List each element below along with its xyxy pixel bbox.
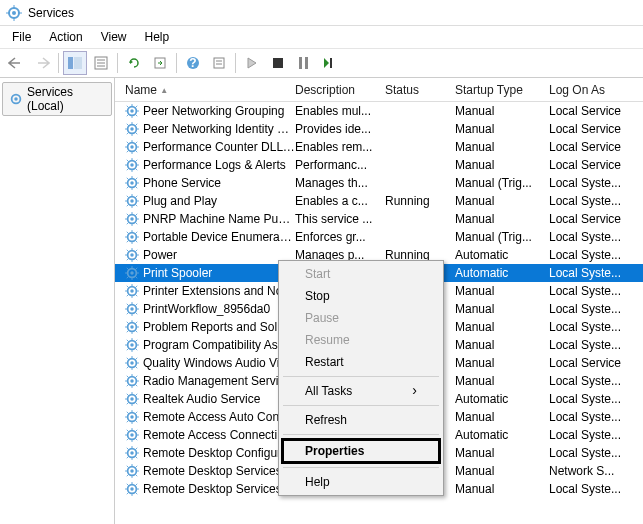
svg-line-243 (136, 484, 138, 486)
table-row[interactable]: Portable Device Enumerator...Enforces gr… (115, 228, 643, 246)
service-description: Enables mul... (295, 104, 385, 118)
svg-line-32 (127, 115, 129, 117)
svg-line-51 (136, 151, 138, 153)
table-row[interactable]: PNRP Machine Name Publi...This service .… (115, 210, 643, 228)
action-list-button[interactable] (207, 51, 231, 75)
column-header-startup[interactable]: Startup Type (455, 79, 549, 101)
svg-line-211 (136, 439, 138, 441)
context-refresh[interactable]: Refresh (281, 409, 441, 431)
column-header-description[interactable]: Description (295, 79, 385, 101)
context-help[interactable]: Help (281, 471, 441, 493)
start-service-button[interactable] (240, 51, 264, 75)
service-logon: Local Service (549, 158, 643, 172)
table-row[interactable]: Peer Networking GroupingEnables mul...Ma… (115, 102, 643, 120)
svg-point-35 (130, 127, 134, 131)
service-startup: Manual (455, 482, 549, 496)
svg-line-132 (127, 295, 129, 297)
service-name: Remote Access Connection... (143, 428, 295, 442)
column-header-logon[interactable]: Log On As (549, 79, 643, 101)
service-name: Realtek Audio Service (143, 392, 260, 406)
column-header-status[interactable]: Status (385, 79, 455, 101)
restart-service-button[interactable] (318, 51, 342, 75)
service-startup: Manual (455, 122, 549, 136)
svg-rect-19 (299, 57, 302, 69)
stop-service-button[interactable] (266, 51, 290, 75)
svg-line-122 (127, 277, 129, 279)
service-logon: Local Syste... (549, 248, 643, 262)
svg-line-112 (127, 259, 129, 261)
toolbar-separator (235, 53, 236, 73)
svg-point-165 (130, 361, 134, 365)
svg-line-202 (127, 421, 129, 423)
menu-view[interactable]: View (93, 28, 135, 46)
menu-help[interactable]: Help (137, 28, 178, 46)
svg-line-42 (127, 133, 129, 135)
svg-rect-7 (74, 57, 82, 69)
service-logon: Local Syste... (549, 446, 643, 460)
context-properties[interactable]: Properties (281, 438, 441, 464)
table-row[interactable]: Peer Networking Identity M...Provides id… (115, 120, 643, 138)
svg-line-221 (136, 457, 138, 459)
svg-line-152 (127, 331, 129, 333)
nav-forward-button[interactable] (30, 51, 54, 75)
menu-action[interactable]: Action (41, 28, 90, 46)
service-logon: Local Syste... (549, 482, 643, 496)
svg-line-92 (127, 223, 129, 225)
properties-button[interactable] (89, 51, 113, 75)
nav-back-button[interactable] (4, 51, 28, 75)
menu-file[interactable]: File (4, 28, 39, 46)
sort-asc-icon: ▲ (160, 86, 168, 95)
svg-line-222 (127, 457, 129, 459)
svg-line-242 (127, 493, 129, 495)
gear-icon (125, 464, 143, 478)
svg-line-233 (136, 466, 138, 468)
svg-point-155 (130, 343, 134, 347)
svg-line-141 (136, 313, 138, 315)
service-logon: Local Syste... (549, 428, 643, 442)
svg-point-215 (130, 451, 134, 455)
context-stop[interactable]: Stop (281, 285, 441, 307)
service-startup: Manual (455, 140, 549, 154)
service-name: Remote Access Auto Conne... (143, 410, 295, 424)
table-row[interactable]: Performance Logs & AlertsPerformanc...Ma… (115, 156, 643, 174)
pause-service-button[interactable] (292, 51, 316, 75)
svg-line-81 (136, 205, 138, 207)
svg-line-63 (136, 160, 138, 162)
svg-rect-20 (305, 57, 308, 69)
svg-line-213 (136, 430, 138, 432)
context-all-tasks[interactable]: All Tasks (281, 380, 441, 402)
menu-bar: File Action View Help (0, 26, 643, 48)
service-name: Quality Windows Audio Vid... (143, 356, 295, 370)
context-restart[interactable]: Restart (281, 351, 441, 373)
table-row[interactable]: Plug and PlayEnables a c...RunningManual… (115, 192, 643, 210)
svg-line-52 (127, 151, 129, 153)
svg-line-223 (136, 448, 138, 450)
svg-point-23 (14, 97, 18, 101)
refresh-button[interactable] (122, 51, 146, 75)
gear-icon (125, 410, 143, 424)
column-header-name[interactable]: Name ▲ (121, 79, 295, 101)
svg-line-60 (127, 160, 129, 162)
table-row[interactable]: Performance Counter DLL ...Enables rem..… (115, 138, 643, 156)
svg-point-1 (12, 11, 16, 15)
gear-icon (125, 122, 143, 136)
svg-line-133 (136, 286, 138, 288)
table-row[interactable]: Phone ServiceManages th...Manual (Trig..… (115, 174, 643, 192)
svg-line-192 (127, 403, 129, 405)
service-name: Peer Networking Grouping (143, 104, 284, 118)
svg-line-110 (127, 250, 129, 252)
service-logon: Local Service (549, 140, 643, 154)
tree-root-services-local[interactable]: Services (Local) (2, 82, 112, 116)
service-description: This service ... (295, 212, 385, 226)
svg-line-142 (127, 313, 129, 315)
context-pause: Pause (281, 307, 441, 329)
export-button[interactable] (148, 51, 172, 75)
gear-icon (125, 212, 143, 226)
svg-point-45 (130, 145, 134, 149)
svg-line-143 (136, 304, 138, 306)
service-name: Plug and Play (143, 194, 217, 208)
svg-rect-21 (330, 58, 332, 68)
help-button[interactable]: ? (181, 51, 205, 75)
show-hide-tree-button[interactable] (63, 51, 87, 75)
service-name: Remote Desktop Services U... (143, 482, 295, 496)
